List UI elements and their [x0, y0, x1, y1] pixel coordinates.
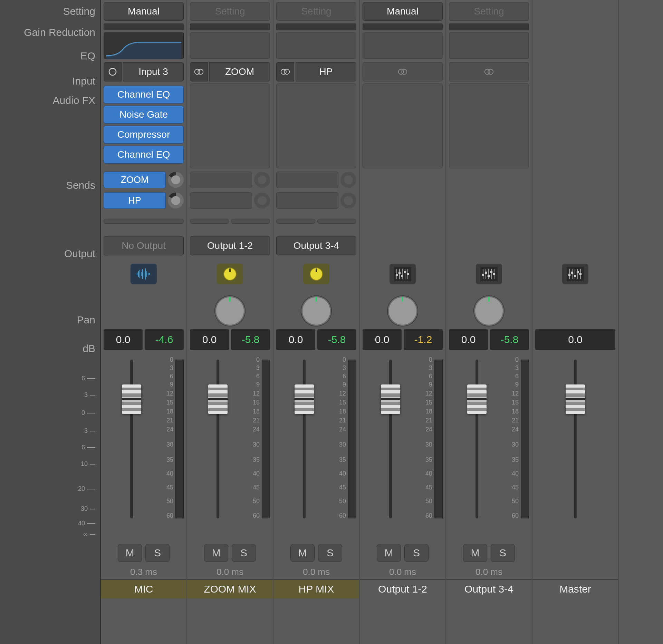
channel-name[interactable]: HP MIX — [273, 579, 359, 598]
input-selector[interactable]: HP — [276, 62, 356, 81]
setting-button[interactable]: Setting — [449, 2, 529, 21]
send-level-knob[interactable] — [168, 193, 184, 208]
eq-slot[interactable] — [449, 32, 529, 59]
setting-button[interactable]: Setting — [190, 2, 270, 21]
aux-knob-icon[interactable] — [303, 264, 329, 284]
audio-fx-slots[interactable] — [276, 84, 356, 168]
mixer-icon[interactable] — [562, 264, 588, 284]
pan-knob[interactable] — [474, 296, 504, 326]
setting-button[interactable]: Manual — [104, 2, 184, 21]
send-slot-empty[interactable] — [190, 172, 252, 188]
channel-name[interactable]: Master — [532, 579, 618, 598]
fader-track[interactable] — [130, 360, 133, 518]
eq-slot[interactable] — [363, 32, 443, 59]
latency-readout: 0.0 ms — [190, 565, 270, 579]
channel-name[interactable]: Output 1-2 — [360, 579, 445, 598]
send-slot-empty[interactable] — [190, 219, 229, 224]
audio-fx-slots[interactable]: Channel EQNoise GateCompressorChannel EQ — [104, 84, 184, 168]
fader-cap[interactable] — [295, 384, 314, 414]
mixer-icon[interactable] — [390, 264, 416, 284]
fader-track[interactable] — [303, 360, 306, 518]
mute-button[interactable]: M — [463, 544, 487, 562]
solo-button[interactable]: S — [404, 544, 429, 562]
fx-insert[interactable]: Channel EQ — [104, 86, 184, 104]
input-selector[interactable]: Input 3 — [104, 62, 184, 81]
db-value[interactable]: 0.0 — [449, 329, 488, 350]
setting-button[interactable]: Manual — [363, 2, 443, 21]
channel-name[interactable]: ZOOM MIX — [187, 579, 273, 598]
send-level-knob[interactable] — [254, 193, 270, 208]
aux-knob-icon[interactable] — [217, 264, 243, 284]
channel-name[interactable]: Output 3-4 — [446, 579, 532, 598]
db-peak[interactable]: -4.6 — [145, 329, 184, 350]
send-slot[interactable]: ZOOM — [104, 172, 166, 188]
fader-track[interactable] — [574, 360, 577, 518]
db-peak[interactable]: -5.8 — [317, 329, 356, 350]
channel-strip: ManualInput 3Channel EQNoise GateCompres… — [101, 0, 187, 644]
db-peak[interactable]: -5.8 — [231, 329, 270, 350]
db-value[interactable]: 0.0 — [276, 329, 315, 350]
mixer-icon[interactable] — [476, 264, 502, 284]
db-value[interactable]: 0.0 — [190, 329, 229, 350]
send-slot-empty[interactable] — [231, 219, 270, 224]
db-value[interactable]: 0.0 — [104, 329, 143, 350]
waveform-icon[interactable] — [131, 264, 157, 284]
send-level-knob[interactable] — [340, 172, 356, 188]
eq-slot[interactable] — [276, 32, 356, 59]
fader-track[interactable] — [217, 360, 219, 518]
mute-button[interactable]: M — [290, 544, 315, 562]
svg-rect-16 — [229, 269, 231, 272]
send-slot-empty[interactable] — [104, 219, 184, 224]
sends-area — [363, 168, 443, 234]
fader-cap[interactable] — [566, 384, 585, 414]
fx-insert[interactable]: Noise Gate — [104, 106, 184, 124]
send-slot-empty[interactable] — [317, 219, 356, 224]
output-selector[interactable]: No Output — [104, 236, 184, 255]
svg-rect-30 — [398, 272, 401, 274]
mute-button[interactable]: M — [377, 544, 401, 562]
audio-fx-slots[interactable] — [363, 84, 443, 168]
fader-cap[interactable] — [381, 384, 400, 414]
pan-area — [190, 293, 270, 329]
send-slot[interactable]: HP — [104, 192, 166, 209]
pan-knob[interactable] — [388, 296, 417, 326]
eq-thumbnail[interactable] — [104, 32, 184, 59]
input-selector[interactable] — [363, 62, 443, 81]
mute-button[interactable]: M — [118, 544, 142, 562]
channel-strip: Manual0.0-1.203691215182124303540455060M… — [360, 0, 446, 644]
pan-knob[interactable] — [215, 296, 245, 326]
fx-insert[interactable]: Compressor — [104, 126, 184, 144]
send-level-knob[interactable] — [168, 172, 184, 188]
channel-name[interactable]: MIC — [101, 579, 186, 598]
fader-cap[interactable] — [467, 384, 487, 414]
output-selector[interactable]: Output 3-4 — [276, 236, 356, 255]
eq-slot[interactable] — [190, 32, 270, 59]
db-value[interactable]: 0.0 — [535, 329, 615, 350]
fader-cap[interactable] — [208, 384, 228, 414]
fader-cap[interactable] — [122, 384, 141, 414]
send-slot-empty[interactable] — [276, 192, 338, 209]
mute-button[interactable]: M — [204, 544, 228, 562]
audio-fx-slots[interactable] — [190, 84, 270, 168]
pan-knob[interactable] — [301, 296, 331, 326]
send-slot-empty[interactable] — [276, 219, 315, 224]
input-selector[interactable]: ZOOM — [190, 62, 270, 81]
send-slot-empty[interactable] — [190, 192, 252, 209]
output-selector[interactable]: Output 1-2 — [190, 236, 270, 255]
db-value[interactable]: 0.0 — [363, 329, 402, 350]
fx-insert[interactable]: Channel EQ — [104, 146, 184, 164]
db-peak[interactable]: -1.2 — [404, 329, 443, 350]
send-slot-empty[interactable] — [276, 172, 338, 188]
audio-fx-slots[interactable] — [449, 84, 529, 168]
solo-button[interactable]: S — [232, 544, 256, 562]
input-selector[interactable] — [449, 62, 529, 81]
fader-track[interactable] — [389, 360, 392, 518]
db-peak[interactable]: -5.8 — [490, 329, 529, 350]
send-level-knob[interactable] — [340, 193, 356, 208]
solo-button[interactable]: S — [145, 544, 170, 562]
solo-button[interactable]: S — [318, 544, 342, 562]
solo-button[interactable]: S — [491, 544, 515, 562]
fader-track[interactable] — [475, 360, 478, 518]
setting-button[interactable]: Setting — [276, 2, 356, 21]
send-level-knob[interactable] — [254, 172, 270, 188]
